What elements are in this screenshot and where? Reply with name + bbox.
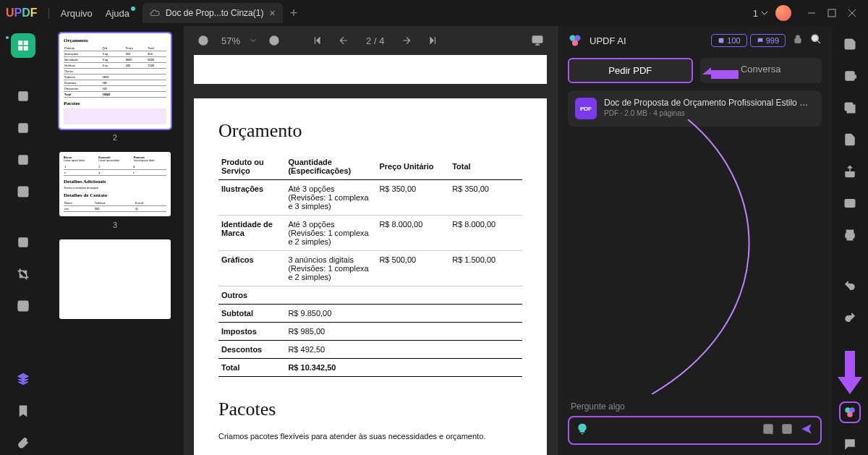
- annotation-curve: [644, 119, 789, 394]
- svg-rect-34: [845, 351, 855, 377]
- pdf-icon: PDF: [575, 98, 597, 119]
- bookmark-button[interactable]: [11, 399, 35, 423]
- organize-tool[interactable]: [11, 230, 35, 255]
- svg-rect-5: [19, 92, 27, 101]
- chevron-down-icon: [761, 9, 768, 17]
- svg-point-29: [849, 140, 851, 143]
- document-pages[interactable]: Orçamento Produto ou Serviço Quantidade …: [184, 55, 557, 455]
- form-tool[interactable]: [11, 179, 35, 204]
- cloud-icon: [150, 8, 160, 18]
- redact-tool[interactable]: [11, 294, 35, 318]
- ai-launch-button[interactable]: [839, 401, 861, 423]
- svg-point-37: [847, 412, 853, 417]
- comment-button[interactable]: [839, 433, 861, 455]
- attachment-button[interactable]: [11, 430, 35, 455]
- menu-help[interactable]: Ajuda: [106, 8, 129, 19]
- prev-page-button[interactable]: [336, 33, 352, 48]
- protect-button[interactable]: [839, 129, 861, 150]
- table-row: SubtotalR$ 9.850,00: [218, 305, 522, 323]
- email-button[interactable]: [839, 192, 861, 214]
- first-page-button[interactable]: [310, 33, 326, 48]
- menu-file[interactable]: Arquivo: [61, 8, 93, 19]
- titlebar: UPDF | Arquivo Ajuda Doc de Prop...to Ci…: [0, 0, 868, 26]
- ai-prompt-label: Pergunte algo: [568, 401, 822, 412]
- zoom-in-button[interactable]: [266, 33, 282, 48]
- present-button[interactable]: [529, 33, 545, 48]
- svg-rect-33: [847, 237, 853, 240]
- page-1-bottom: [194, 55, 547, 84]
- app-logo: UPDF: [6, 7, 38, 20]
- print-button[interactable]: [839, 224, 861, 246]
- lock-icon[interactable]: [793, 34, 803, 47]
- svg-point-18: [572, 40, 578, 46]
- redo-button[interactable]: [839, 307, 861, 328]
- left-toolbar: [0, 26, 46, 455]
- svg-rect-24: [783, 425, 791, 433]
- save-button[interactable]: [839, 33, 861, 55]
- thumbnails-button[interactable]: [11, 33, 35, 58]
- thumbnail-page-2[interactable]: Orçamento ProdutoQtdPreçoTotal Ilustraçõ…: [59, 33, 171, 129]
- credits[interactable]: 100 999: [711, 34, 786, 47]
- close-tab-icon[interactable]: ×: [269, 7, 275, 19]
- svg-rect-0: [828, 9, 835, 17]
- zoom-dropdown-icon[interactable]: [250, 38, 256, 43]
- svg-rect-19: [719, 38, 724, 43]
- thumbnail-label-2: 2: [59, 133, 171, 142]
- ai-panel: UPDF AI 100 999 Pedir PDF Conversa PDF D…: [557, 26, 832, 455]
- svg-rect-25: [711, 70, 739, 79]
- expand-icon[interactable]: [781, 423, 793, 438]
- thumbnail-label-3: 3: [59, 221, 171, 229]
- svg-rect-9: [20, 189, 26, 195]
- share-button[interactable]: [839, 161, 861, 182]
- document-toolbar: 57% 2 / 4: [184, 26, 557, 55]
- svg-rect-20: [795, 38, 801, 43]
- layers-button[interactable]: [11, 367, 35, 391]
- thumbnail-page-3[interactable]: BásicoLorem ipsum dolor EssencialLorem i…: [59, 152, 171, 216]
- close-window-button[interactable]: [842, 3, 862, 23]
- next-page-button[interactable]: [399, 33, 414, 48]
- svg-rect-3: [18, 46, 22, 51]
- search-icon[interactable]: [810, 33, 822, 48]
- avatar[interactable]: [775, 5, 791, 21]
- ai-input[interactable]: [568, 416, 822, 445]
- table-row: TotalR$ 10.342,50: [218, 359, 522, 377]
- svg-point-21: [812, 35, 818, 41]
- table-row: Gráficos3 anúncios digitais (Revisões: 1…: [218, 251, 522, 286]
- convert-button[interactable]: [839, 97, 861, 119]
- table-row: ImpostosR$ 985,00: [218, 323, 522, 341]
- thumbnail-page-4[interactable]: [59, 239, 171, 319]
- minimize-button[interactable]: [801, 3, 822, 23]
- zoom-level[interactable]: 57%: [221, 35, 240, 46]
- maximize-button[interactable]: [822, 3, 842, 23]
- new-tab-button[interactable]: +: [290, 6, 298, 21]
- reader-tool[interactable]: [11, 84, 35, 109]
- svg-text:OCR: OCR: [847, 75, 856, 79]
- ai-text-input[interactable]: [595, 425, 755, 436]
- budget-title: Orçamento: [218, 120, 522, 142]
- svg-rect-4: [24, 46, 28, 51]
- page-indicator[interactable]: 2 / 4: [362, 34, 388, 48]
- page-2: Orçamento Produto ou Serviço Quantidade …: [194, 98, 547, 455]
- user-count[interactable]: 1: [753, 8, 768, 19]
- packages-title: Pacotes: [218, 399, 522, 420]
- zoom-out-button[interactable]: [195, 33, 211, 48]
- crop-tool[interactable]: [11, 262, 35, 286]
- edit-tool[interactable]: [11, 148, 35, 172]
- svg-rect-12: [18, 305, 28, 308]
- lightbulb-icon[interactable]: [576, 423, 588, 438]
- table-row: IlustraçõesAté 3 opções (Revisões: 1 com…: [218, 180, 522, 216]
- document-tab[interactable]: Doc de Prop...to Cinza(1) ×: [142, 3, 283, 23]
- last-page-button[interactable]: [425, 33, 441, 48]
- annotate-tool[interactable]: [11, 116, 35, 140]
- tab-ask-pdf[interactable]: Pedir PDF: [568, 58, 693, 83]
- ai-file-name: Doc de Proposta de Orçamento Profissiona…: [604, 98, 814, 108]
- credit-a: 100: [711, 34, 746, 47]
- ai-header: UPDF AI 100 999: [558, 26, 832, 55]
- ocr-button[interactable]: OCR: [839, 65, 861, 87]
- updf-ai-logo-icon: [568, 33, 582, 48]
- annotation-arrow-left: [702, 64, 739, 85]
- image-icon[interactable]: [762, 423, 774, 438]
- undo-button[interactable]: [839, 275, 861, 297]
- credit-b: 999: [750, 34, 786, 47]
- send-icon[interactable]: [800, 422, 813, 438]
